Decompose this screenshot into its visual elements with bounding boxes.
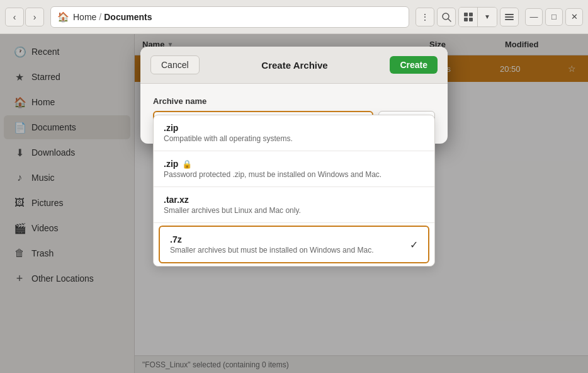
format-option-zip-protected[interactable]: .zip 🔒 Password protected .zip, must be … <box>154 151 434 187</box>
list-view-dropdown-button[interactable]: ▼ <box>478 8 497 26</box>
svg-line-1 <box>448 19 451 21</box>
grid-icon <box>463 12 473 22</box>
menu-dots-button[interactable]: ⋮ <box>416 8 434 26</box>
format-zip-name: .zip <box>164 123 178 133</box>
svg-rect-8 <box>505 19 514 20</box>
dialog-body: Archive name .7z ▼ .zip Compatible with … <box>140 84 448 144</box>
maximize-button[interactable]: □ <box>545 8 563 26</box>
dialog-overlay: Cancel Create Archive Create Archive nam… <box>0 34 588 373</box>
grid-view-button[interactable] <box>459 8 478 26</box>
dialog-title: Create Archive <box>200 60 390 71</box>
breadcrumb-home[interactable]: Home <box>73 12 96 22</box>
svg-rect-6 <box>505 14 514 15</box>
format-tar-xz-name: .tar.xz <box>164 195 189 205</box>
svg-rect-2 <box>464 13 468 16</box>
breadcrumb[interactable]: 🏠 Home / Documents <box>50 6 409 28</box>
back-button[interactable]: ‹ <box>5 8 24 26</box>
lock-icon: 🔒 <box>182 159 192 169</box>
format-zip-protected-name: .zip <box>164 159 178 169</box>
format-7z-name: .7z <box>170 234 182 244</box>
format-tar-xz-desc: Smaller archives but Linux and Mac only. <box>164 206 424 215</box>
format-dropdown: .zip Compatible with all operating syste… <box>153 115 435 267</box>
archive-name-label: Archive name <box>153 96 435 106</box>
search-icon <box>441 12 451 22</box>
headerbar: ‹ › 🏠 Home / Documents ⋮ <box>0 0 588 34</box>
menu-icon <box>504 12 514 22</box>
svg-rect-5 <box>469 18 473 21</box>
forward-button[interactable]: › <box>25 8 44 26</box>
format-option-7z[interactable]: .7z Smaller archives but must be install… <box>159 226 429 263</box>
svg-rect-7 <box>505 16 514 18</box>
checkmark-icon: ✓ <box>410 239 418 251</box>
breadcrumb-separator: / <box>99 12 101 22</box>
search-button[interactable] <box>437 8 456 26</box>
minimize-button[interactable]: — <box>525 8 543 26</box>
dialog-titlebar: Cancel Create Archive Create <box>140 47 448 84</box>
format-option-zip[interactable]: .zip Compatible with all operating syste… <box>154 115 434 151</box>
create-archive-dialog: Cancel Create Archive Create Archive nam… <box>140 47 448 144</box>
header-right-controls: ⋮ ▼ <box>416 7 583 27</box>
format-zip-protected-desc: Password protected .zip, must be install… <box>164 170 424 179</box>
format-zip-desc: Compatible with all operating systems. <box>164 134 424 143</box>
window-controls: — □ ✕ <box>525 8 583 26</box>
format-option-tar-xz[interactable]: .tar.xz Smaller archives but Linux and M… <box>154 187 434 223</box>
format-7z-content: .7z Smaller archives but must be install… <box>170 234 410 255</box>
nav-buttons: ‹ › <box>5 8 44 26</box>
create-button[interactable]: Create <box>390 56 438 74</box>
hamburger-button[interactable] <box>500 8 519 26</box>
home-icon: 🏠 <box>57 11 69 23</box>
cancel-button[interactable]: Cancel <box>150 55 200 74</box>
breadcrumb-current: Documents <box>104 12 152 22</box>
svg-rect-3 <box>469 13 473 16</box>
chevron-down-icon: ▼ <box>484 13 490 20</box>
svg-rect-4 <box>464 18 468 21</box>
view-toggle: ▼ <box>458 7 497 27</box>
format-7z-desc: Smaller archives but must be installed o… <box>170 246 410 255</box>
close-button[interactable]: ✕ <box>565 8 583 26</box>
